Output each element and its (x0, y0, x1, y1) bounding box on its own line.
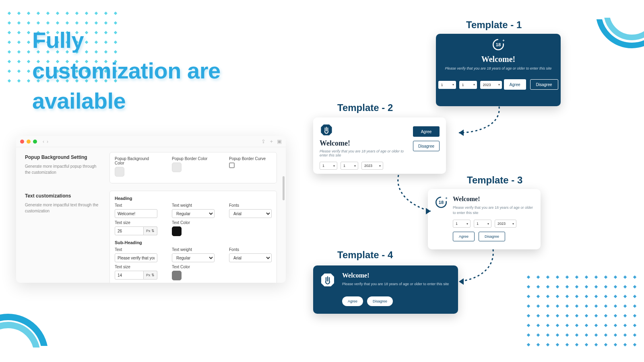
svg-text:18: 18 (439, 200, 444, 205)
t2-disagree-button[interactable]: Disagree (413, 141, 440, 151)
border-color-swatch[interactable] (172, 162, 182, 172)
sub-fonts-label: Fonts (229, 247, 272, 252)
heading-weight-label: Text weight (172, 203, 215, 208)
heading-fonts-select[interactable]: Arial (229, 209, 272, 218)
template-4-card: Welcome! Please verify that you are 18 y… (313, 265, 458, 314)
stop-hand-icon (320, 272, 336, 288)
border-curve-checkbox[interactable] (229, 162, 235, 168)
t4-agree-button[interactable]: Agree (342, 296, 363, 306)
t1-agree-button[interactable]: Agree (504, 79, 526, 90)
t1-title: Welcome! (436, 55, 561, 64)
settings-window: ‹ › ⇪ + ▣ Popup Background Setting Gener… (16, 136, 286, 283)
sub-fonts-select[interactable]: Arial (229, 253, 272, 262)
heading-weight-select[interactable]: Regular (172, 209, 215, 218)
dot-grid-decoration (527, 276, 636, 346)
heading-size-input[interactable] (115, 226, 144, 235)
svg-text:18: 18 (496, 42, 501, 47)
t3-agree-button[interactable]: Agree (453, 232, 475, 241)
bg-color-label: Popup Background Color (115, 156, 157, 165)
age-18-icon: 18+ (434, 195, 448, 209)
add-icon[interactable]: + (270, 138, 273, 144)
t2-month-select[interactable]: 1 (341, 162, 358, 170)
template-3-label: Template - 3 (467, 175, 522, 186)
page-headline: Fullycustomization areavailable (32, 25, 221, 116)
sub-color-label: Text Color (172, 265, 215, 269)
template-1-label: Template - 1 (466, 19, 522, 31)
t4-subtitle: Please verify that you are 18 years of a… (342, 282, 449, 287)
t2-agree-button[interactable]: Agree (413, 126, 440, 137)
t3-day-select[interactable]: 1 (453, 220, 471, 228)
t4-title: Welcome! (342, 272, 449, 279)
template-4-label: Template - 4 (337, 249, 393, 261)
t3-disagree-button[interactable]: Disagree (479, 232, 505, 241)
sub-text-label: Text (115, 247, 157, 252)
template-1-card: 18+ Welcome! Please verify that you are … (436, 34, 561, 106)
heading-color-swatch[interactable] (172, 226, 182, 236)
heading-fonts-label: Fonts (229, 203, 272, 208)
template-3-card: 18+ Welcome! Please verify that you are … (428, 189, 541, 249)
bg-color-swatch[interactable] (115, 167, 124, 177)
stop-hand-icon (320, 123, 333, 137)
border-curve-label: Popup Border Curve (229, 156, 272, 161)
scrollbar[interactable] (283, 176, 285, 200)
text-section-desc: Generate more impactful text through the… (25, 202, 101, 214)
heading-text-label: Text (115, 203, 157, 208)
window-titlebar: ‹ › ⇪ + ▣ (16, 136, 286, 147)
t3-title: Welcome! (453, 195, 534, 203)
template-2-card: Welcome! Please verify that you are 18 y… (313, 117, 446, 174)
t1-day-select[interactable]: 1 (438, 81, 456, 89)
connector-arrow (447, 105, 507, 141)
sub-size-label: Text size (115, 265, 157, 269)
bg-section-desc: Generate more impactful popup through th… (25, 163, 101, 175)
close-icon[interactable] (20, 140, 24, 144)
share-icon[interactable]: ⇪ (261, 138, 266, 144)
heading-size-label: Text size (115, 220, 157, 225)
nav-controls: ‹ › (43, 139, 48, 144)
t4-disagree-button[interactable]: Disagree (367, 296, 393, 306)
svg-text:+: + (502, 39, 505, 43)
border-color-label: Popup Border Color (172, 156, 215, 161)
minimize-icon[interactable] (27, 140, 31, 144)
subheading-group-label: Sub-Heading (115, 240, 272, 245)
heading-text-input[interactable] (115, 209, 157, 218)
t1-year-select[interactable]: 2023 (480, 81, 502, 89)
t1-disagree-button[interactable]: Disagree (530, 79, 558, 90)
text-section-title: Text customizations (25, 193, 101, 199)
t1-subtitle: Please verify that you are 18 years of a… (436, 66, 561, 70)
sub-size-input[interactable] (115, 271, 144, 280)
sub-color-swatch[interactable] (172, 271, 182, 280)
age-18-icon: 18+ (491, 38, 505, 51)
forward-icon[interactable]: › (47, 139, 48, 144)
sub-weight-label: Text weight (172, 247, 215, 252)
t2-day-select[interactable]: 1 (320, 162, 337, 170)
t3-subtitle: Please verify that you are 18 years of a… (453, 205, 534, 215)
t3-year-select[interactable]: 2023 (495, 220, 516, 228)
heading-group-label: Heading (115, 196, 272, 201)
svg-marker-10 (459, 278, 464, 285)
t2-title: Welcome! (320, 139, 407, 148)
t2-year-select[interactable]: 2023 (361, 162, 383, 170)
sub-text-input[interactable] (115, 253, 157, 262)
maximize-icon[interactable] (33, 140, 37, 144)
svg-text:+: + (445, 196, 448, 200)
tabs-icon[interactable]: ▣ (277, 138, 282, 144)
t1-month-select[interactable]: 1 (459, 81, 477, 89)
t2-subtitle: Please verify that you are 18 years of a… (320, 149, 407, 157)
sub-size-unit[interactable]: Px ⇅ (144, 271, 157, 280)
back-icon[interactable]: ‹ (43, 139, 44, 144)
svg-marker-8 (459, 130, 464, 136)
t3-month-select[interactable]: 1 (474, 220, 491, 228)
template-2-label: Template - 2 (337, 102, 393, 113)
heading-size-unit[interactable]: Px ⇅ (144, 226, 157, 235)
heading-color-label: Text Color (172, 220, 215, 225)
bg-section-title: Popup Background Setting (25, 154, 101, 160)
sub-weight-select[interactable]: Regular (172, 253, 215, 262)
